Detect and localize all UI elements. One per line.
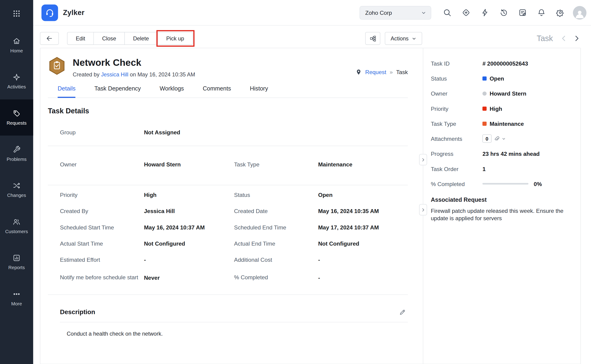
- sidebar-item-activities[interactable]: Activities: [0, 63, 33, 99]
- field-row-owner-type: Owner Howard Stern Task Type Maintenance: [48, 156, 408, 172]
- quick-actions-icon[interactable]: [480, 8, 489, 17]
- property-value: 1: [482, 165, 486, 172]
- field-value: -: [318, 256, 408, 263]
- created-by-link[interactable]: Jessica Hill: [101, 72, 128, 78]
- collapse-panel-handle[interactable]: [419, 204, 427, 215]
- field-label: Actual End Time: [234, 240, 318, 247]
- brand-logo[interactable]: Zylker: [41, 4, 84, 21]
- sidebar-item-label: Customers: [5, 229, 28, 234]
- sidebar-item-label: Requests: [7, 120, 27, 126]
- attachment-count: 0: [482, 134, 491, 143]
- user-avatar[interactable]: [573, 6, 587, 20]
- field-row: Created By Jessica Hill Created Date May…: [48, 203, 408, 219]
- org-selector-value: Zoho Corp: [365, 9, 392, 16]
- property-label: Priority: [431, 105, 482, 112]
- brand-name: Zylker: [63, 8, 84, 17]
- pager-entity-label: Task: [537, 34, 553, 43]
- sidebar-item-requests[interactable]: Requests: [0, 99, 33, 136]
- field-value: May 17, 2024 10:37 AM: [318, 224, 408, 231]
- attachments-control[interactable]: 0: [482, 134, 506, 143]
- sidebar-item-problems[interactable]: Problems: [0, 136, 33, 172]
- field-row: Scheduled Start Time May 16, 2024 10:37 …: [48, 219, 408, 235]
- property-row-task-order: Task Order 1: [431, 161, 575, 176]
- property-label: Task Order: [431, 165, 482, 172]
- tree-view-button[interactable]: [365, 32, 380, 45]
- sidebar-item-changes[interactable]: Changes: [0, 172, 33, 208]
- home-icon: [13, 37, 21, 45]
- delete-button[interactable]: Delete: [125, 32, 158, 45]
- field-row: Estimated Effort - Additional Cost -: [48, 252, 408, 268]
- pickup-button-wrap: Pick up: [158, 32, 193, 45]
- sidebar-item-more[interactable]: More: [0, 280, 33, 316]
- tab-bar: Details Task Dependency Worklogs Comment…: [48, 85, 408, 98]
- apps-grid-button[interactable]: [0, 0, 33, 27]
- tab-details[interactable]: Details: [58, 85, 76, 98]
- topbar-actions: Zoho Corp: [359, 6, 586, 20]
- notifications-icon[interactable]: [537, 8, 546, 17]
- edit-button[interactable]: Edit: [67, 32, 94, 45]
- field-value: Not Configured: [144, 240, 234, 247]
- breadcrumb-request-link[interactable]: Request: [365, 69, 386, 75]
- view-controls: Actions: [365, 32, 422, 45]
- edit-pencil-icon[interactable]: [397, 307, 408, 318]
- search-icon[interactable]: [442, 8, 452, 17]
- history-icon[interactable]: [499, 8, 508, 17]
- field-row: Actual Start Time Not Configured Actual …: [48, 235, 408, 252]
- next-record-icon[interactable]: [572, 34, 581, 42]
- top-bar: Zylker Zoho Corp: [33, 0, 591, 26]
- field-value: May 16, 2024 10:35 AM: [318, 208, 408, 214]
- whats-new-icon[interactable]: [461, 8, 470, 17]
- field-value-group: Not Assigned: [144, 129, 234, 136]
- property-label: Task ID: [431, 60, 482, 66]
- tab-comments[interactable]: Comments: [203, 85, 231, 98]
- task-title-block: Network Check Created by Jessica Hill on…: [73, 57, 195, 78]
- field-row: Notify me before schedule start Never % …: [48, 268, 408, 287]
- pickup-button[interactable]: Pick up: [158, 32, 193, 45]
- sidebar-item-customers[interactable]: Customers: [0, 208, 33, 244]
- divider: [48, 294, 408, 295]
- record-toolbar: Edit Close Delete Pick up: [40, 32, 581, 45]
- sidebar-item-label: Home: [10, 48, 23, 53]
- previous-record-icon[interactable]: [560, 34, 568, 42]
- collapse-panel-handle[interactable]: [419, 154, 427, 165]
- sidebar-item-reports[interactable]: Reports: [0, 244, 33, 280]
- breadcrumb-current: Task: [396, 69, 408, 75]
- property-label: Owner: [431, 90, 482, 97]
- breadcrumb-separator: »: [390, 69, 393, 75]
- close-button[interactable]: Close: [94, 32, 125, 45]
- property-row-priority: Priority High: [431, 101, 575, 116]
- property-label: % Completed: [431, 181, 482, 187]
- settings-icon[interactable]: [556, 8, 565, 17]
- back-button[interactable]: [40, 32, 59, 45]
- left-sidebar: Home Activities Requests: [0, 0, 33, 364]
- description-section: Description Conduct a health check on th…: [48, 307, 408, 337]
- page-title: Network Check: [73, 57, 195, 68]
- field-row-group: Group Not Assigned: [48, 124, 408, 140]
- task-header: Network Check Created by Jessica Hill on…: [48, 57, 408, 78]
- completed-percent: 0%: [534, 181, 542, 187]
- chevron-down-icon: [502, 136, 506, 141]
- chevron-down-icon: [421, 10, 426, 15]
- tab-task-dependency[interactable]: Task Dependency: [94, 85, 141, 98]
- problems-icon: [13, 145, 21, 154]
- field-label: Scheduled Start Time: [60, 223, 144, 231]
- field-label: % Completed: [234, 274, 318, 281]
- activities-icon: [13, 73, 21, 81]
- main-content: Edit Close Delete Pick up: [33, 26, 591, 364]
- org-selector[interactable]: Zoho Corp: [359, 6, 431, 20]
- task-badge-icon: [48, 57, 66, 76]
- created-suffix: on May 16, 2024 10:35 AM: [130, 72, 195, 78]
- field-value: Not Configured: [318, 240, 408, 247]
- field-label: Priority: [60, 191, 144, 199]
- divider: [60, 322, 408, 322]
- field-label: Scheduled End Time: [234, 223, 318, 231]
- tab-history[interactable]: History: [250, 85, 268, 98]
- sidebar-item-home[interactable]: Home: [0, 27, 33, 63]
- property-label: Attachments: [431, 135, 482, 142]
- actions-menu-button[interactable]: Actions: [385, 32, 422, 45]
- headset-logo-icon: [41, 4, 58, 21]
- field-label-owner: Owner: [60, 161, 144, 168]
- feedback-icon[interactable]: [518, 8, 527, 17]
- property-row-completed: % Completed 0%: [431, 176, 575, 191]
- tab-worklogs[interactable]: Worklogs: [160, 85, 184, 98]
